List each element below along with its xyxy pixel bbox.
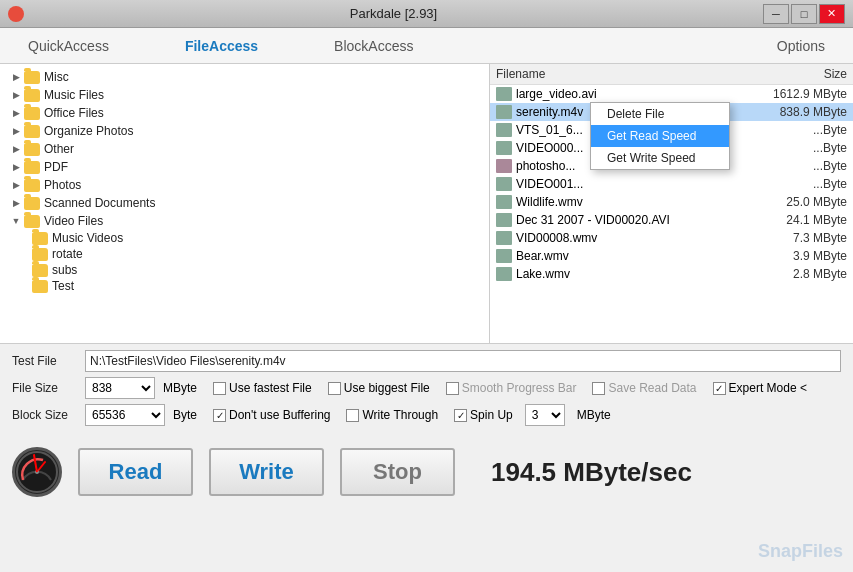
tree-item-pdf[interactable]: ▶ PDF — [0, 158, 489, 176]
tree-item-subs[interactable]: subs — [0, 262, 489, 278]
folder-icon-misc — [24, 71, 40, 84]
tree-item-organize-photos[interactable]: ▶ Organize Photos — [0, 122, 489, 140]
spin-up-checkbox[interactable] — [454, 409, 467, 422]
col-header-filename[interactable]: Filename — [496, 67, 737, 81]
use-fastest-file-checkbox[interactable] — [213, 382, 226, 395]
stop-button[interactable]: Stop — [340, 448, 455, 496]
block-size-select[interactable]: 65536 — [85, 404, 165, 426]
folder-icon-pdf — [24, 161, 40, 174]
use-fastest-file-check[interactable]: Use fastest File — [213, 381, 312, 395]
menu-file-access[interactable]: FileAccess — [177, 34, 266, 58]
file-tree-panel[interactable]: ▶ Misc ▶ Music Files ▶ Office Files ▶ Or… — [0, 64, 490, 343]
folder-icon-test — [32, 280, 48, 293]
menu-quick-access[interactable]: QuickAccess — [20, 34, 117, 58]
tree-item-scanned-documents[interactable]: ▶ Scanned Documents — [0, 194, 489, 212]
expert-mode-label: Expert Mode < — [729, 381, 807, 395]
test-file-label: Test File — [12, 354, 77, 368]
tree-item-music-videos[interactable]: Music Videos — [0, 230, 489, 246]
tree-label-scanned-documents: Scanned Documents — [44, 196, 155, 210]
folder-icon-photos — [24, 179, 40, 192]
dont-use-buffering-label: Don't use Buffering — [229, 408, 330, 422]
write-through-checkbox[interactable] — [346, 409, 359, 422]
write-button[interactable]: Write — [209, 448, 324, 496]
file-size-2: ...Byte — [737, 123, 847, 137]
use-biggest-file-check[interactable]: Use biggest File — [328, 381, 430, 395]
spin-up-select[interactable]: 3 — [525, 404, 565, 426]
file-row-9[interactable]: Bear.wmv 3.9 MByte — [490, 247, 853, 265]
folder-icon-music-files — [24, 89, 40, 102]
file-row-6[interactable]: Wildlife.wmv 25.0 MByte — [490, 193, 853, 211]
expert-mode-check[interactable]: Expert Mode < — [713, 381, 807, 395]
file-row-8[interactable]: VID00008.wmv 7.3 MByte — [490, 229, 853, 247]
file-size-6: 25.0 MByte — [737, 195, 847, 209]
file-size-select[interactable]: 838 — [85, 377, 155, 399]
tree-label-other: Other — [44, 142, 74, 156]
file-name-0: large_video.avi — [516, 87, 737, 101]
smooth-progress-label: Smooth Progress Bar — [462, 381, 577, 395]
read-button[interactable]: Read — [78, 448, 193, 496]
menu-options[interactable]: Options — [769, 34, 833, 58]
file-list-panel[interactable]: Filename Size large_video.avi 1612.9 MBy… — [490, 64, 853, 343]
action-bar: Read Write Stop 194.5 MByte/sec — [0, 437, 853, 507]
save-read-data-checkbox[interactable] — [592, 382, 605, 395]
tree-item-video-files[interactable]: ▼ Video Files — [0, 212, 489, 230]
file-icon-vid00008 — [496, 231, 512, 245]
write-through-check[interactable]: Write Through — [346, 408, 438, 422]
expert-mode-checkbox[interactable] — [713, 382, 726, 395]
block-size-label: Block Size — [12, 408, 77, 422]
context-menu-item-get-write-speed[interactable]: Get Write Speed — [591, 147, 729, 169]
tree-label-photos: Photos — [44, 178, 81, 192]
tree-label-music-videos: Music Videos — [52, 231, 123, 245]
tree-label-music-files: Music Files — [44, 88, 104, 102]
tree-item-test[interactable]: Test — [0, 278, 489, 294]
save-read-data-check: Save Read Data — [592, 381, 696, 395]
dont-use-buffering-checkbox[interactable] — [213, 409, 226, 422]
tree-arrow-music-files: ▶ — [8, 87, 24, 103]
file-size-3: ...Byte — [737, 141, 847, 155]
dont-use-buffering-check[interactable]: Don't use Buffering — [213, 408, 330, 422]
use-fastest-file-label: Use fastest File — [229, 381, 312, 395]
tree-item-rotate[interactable]: rotate — [0, 246, 489, 262]
app-icon — [8, 6, 24, 22]
file-row-7[interactable]: Dec 31 2007 - VID00020.AVI 24.1 MByte — [490, 211, 853, 229]
file-row-10[interactable]: Lake.wmv 2.8 MByte — [490, 265, 853, 283]
minimize-button[interactable]: ─ — [763, 4, 789, 24]
file-icon-bear — [496, 249, 512, 263]
window-controls: ─ □ ✕ — [763, 4, 845, 24]
file-row-0[interactable]: large_video.avi 1612.9 MByte — [490, 85, 853, 103]
file-size-4: ...Byte — [737, 159, 847, 173]
menu-block-access[interactable]: BlockAccess — [326, 34, 421, 58]
file-size-0: 1612.9 MByte — [737, 87, 847, 101]
test-file-input[interactable] — [85, 350, 841, 372]
main-content: ▶ Misc ▶ Music Files ▶ Office Files ▶ Or… — [0, 64, 853, 344]
tree-label-misc: Misc — [44, 70, 69, 84]
svg-point-2 — [35, 470, 39, 474]
use-biggest-file-label: Use biggest File — [344, 381, 430, 395]
folder-icon-other — [24, 143, 40, 156]
spin-up-check[interactable]: Spin Up — [454, 408, 513, 422]
col-header-size: Size — [737, 67, 847, 81]
folder-icon-scanned-documents — [24, 197, 40, 210]
tree-arrow-other: ▶ — [8, 141, 24, 157]
file-name-9: Bear.wmv — [516, 249, 737, 263]
smooth-progress-checkbox[interactable] — [446, 382, 459, 395]
tree-item-other[interactable]: ▶ Other — [0, 140, 489, 158]
tree-item-office-files[interactable]: ▶ Office Files — [0, 104, 489, 122]
title-bar: Parkdale [2.93] ─ □ ✕ — [0, 0, 853, 28]
use-biggest-file-checkbox[interactable] — [328, 382, 341, 395]
close-button[interactable]: ✕ — [819, 4, 845, 24]
folder-icon-subs — [32, 264, 48, 277]
maximize-button[interactable]: □ — [791, 4, 817, 24]
file-row-5[interactable]: VIDEO001... ...Byte — [490, 175, 853, 193]
smooth-progress-check: Smooth Progress Bar — [446, 381, 577, 395]
context-menu-item-delete-file[interactable]: Delete File — [591, 103, 729, 125]
tree-item-misc[interactable]: ▶ Misc — [0, 68, 489, 86]
tree-item-music-files[interactable]: ▶ Music Files — [0, 86, 489, 104]
file-size-label: File Size — [12, 381, 77, 395]
context-menu-item-get-read-speed[interactable]: Get Read Speed — [591, 125, 729, 147]
menu-bar: QuickAccess FileAccess BlockAccess Optio… — [0, 28, 853, 64]
tree-label-test: Test — [52, 279, 74, 293]
tree-arrow-pdf: ▶ — [8, 159, 24, 175]
tree-item-photos[interactable]: ▶ Photos — [0, 176, 489, 194]
file-size-10: 2.8 MByte — [737, 267, 847, 281]
